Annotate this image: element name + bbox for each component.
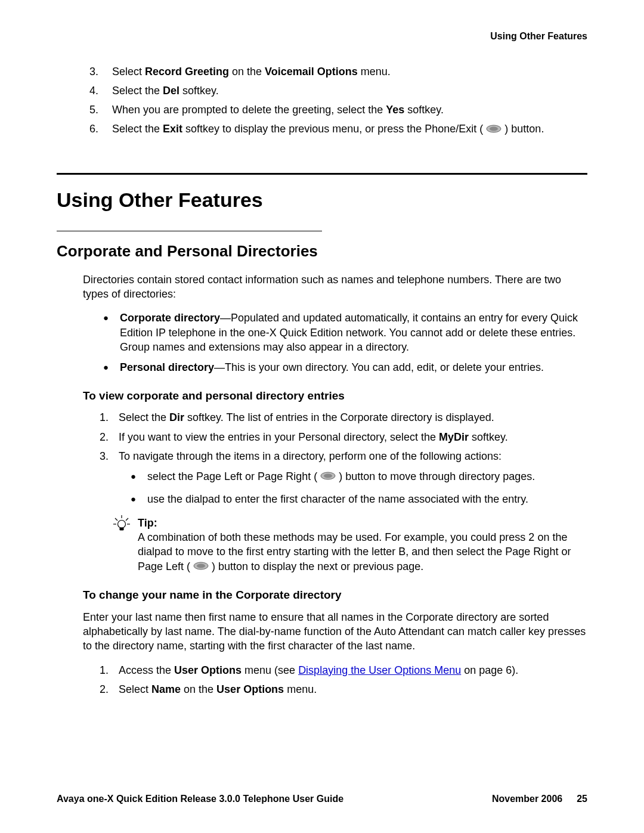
footer-date: November 2006 <box>492 792 562 806</box>
view-step-3: 3. To navigate through the items in a di… <box>100 449 587 506</box>
section-rule-thick <box>57 173 587 175</box>
svg-rect-5 <box>120 528 123 530</box>
svg-point-12 <box>197 563 205 568</box>
page-button-icon <box>320 469 336 484</box>
heading-using-other-features: Using Other Features <box>57 187 587 214</box>
step-4: 4. Select the Del softkey. <box>89 83 587 98</box>
heading-change-name: To change your name in the Corporate dir… <box>57 587 587 603</box>
tip-lightbulb-icon <box>112 513 133 535</box>
header-text: Using Other Features <box>490 31 587 41</box>
link-user-options-menu[interactable]: Displaying the User Options Menu <box>298 664 461 676</box>
tip-block: Tip: A combination of both these methods… <box>57 516 587 574</box>
view-step-1: 1. Select the Dir softkey. The list of e… <box>100 410 587 425</box>
bullet-personal-directory: Personal directory—This is your own dire… <box>103 360 587 374</box>
navigate-action-dialpad: use the dialpad to enter the first chara… <box>131 492 587 506</box>
heading-view-directory-entries: To view corporate and personal directory… <box>57 388 587 404</box>
heading-corporate-personal-directories: Corporate and Personal Directories <box>57 241 587 262</box>
svg-point-3 <box>324 474 332 478</box>
navigate-actions-list: select the Page Left or Page Right ( ) b… <box>119 469 587 506</box>
continued-steps-list: 3. Select Record Greeting on the Voicema… <box>57 64 587 137</box>
section-rule-thin <box>57 231 322 231</box>
change-step-1: 1. Access the User Options menu (see Dis… <box>100 663 587 677</box>
intro-paragraph: Directories contain stored contact infor… <box>57 272 587 302</box>
change-name-steps-list: 1. Access the User Options menu (see Dis… <box>57 663 587 697</box>
svg-point-1 <box>490 126 498 131</box>
tip-content: Tip: A combination of both these methods… <box>138 516 587 574</box>
phone-exit-button-icon <box>486 122 501 137</box>
footer-title: Avaya one-X Quick Edition Release 3.0.0 … <box>57 792 343 806</box>
page-button-icon <box>193 559 209 574</box>
step-6: 6. Select the Exit softkey to display th… <box>89 122 587 137</box>
navigate-action-page: select the Page Left or Page Right ( ) b… <box>131 469 587 484</box>
page-footer: Avaya one-X Quick Edition Release 3.0.0 … <box>57 792 587 806</box>
page-header: Using Other Features <box>57 30 587 43</box>
view-steps-list: 1. Select the Dir softkey. The list of e… <box>57 410 587 506</box>
svg-line-7 <box>115 518 117 521</box>
change-step-2: 2. Select Name on the User Options menu. <box>100 682 587 696</box>
svg-line-8 <box>126 518 128 521</box>
view-step-2: 2. If you want to view the entries in yo… <box>100 430 587 444</box>
svg-point-4 <box>118 520 126 528</box>
directory-types-list: Corporate directory—Populated and update… <box>57 311 587 374</box>
bullet-corporate-directory: Corporate directory—Populated and update… <box>103 311 587 354</box>
footer-page-number: 25 <box>577 792 587 806</box>
step-5: 5. When you are prompted to delete the g… <box>89 103 587 117</box>
change-name-paragraph: Enter your last name then first name to … <box>57 610 587 654</box>
step-3: 3. Select Record Greeting on the Voicema… <box>89 64 587 79</box>
tip-label: Tip: <box>138 517 157 529</box>
